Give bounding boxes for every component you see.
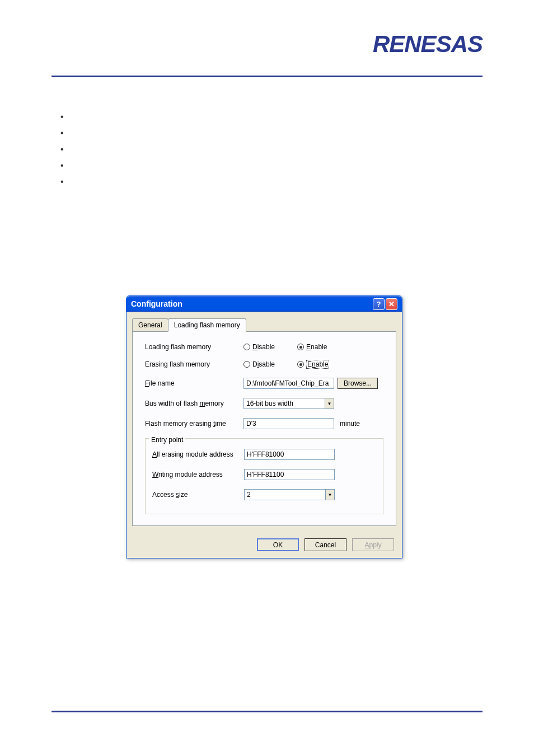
radio-icon: [297, 344, 304, 350]
list-item: [60, 144, 74, 153]
loading-flash-label: Loading flash memory: [145, 343, 243, 351]
help-button[interactable]: ?: [373, 298, 385, 310]
tab-general[interactable]: General: [132, 318, 168, 331]
tab-loading-flash[interactable]: Loading flash memory: [168, 318, 246, 332]
list-item: [60, 112, 74, 120]
tab-panel: Loading flash memory Disable Enable Eras…: [132, 332, 396, 526]
filename-label: File name: [145, 379, 243, 387]
erasetime-unit: minute: [340, 420, 360, 428]
erasing-disable-radio[interactable]: Disable: [243, 360, 275, 369]
entry-point-group: Entry point All erasing module address W…: [145, 438, 383, 514]
header-divider: [51, 76, 483, 77]
chevron-down-icon: ▼: [325, 398, 334, 408]
dialog-title: Configuration: [131, 299, 182, 308]
footer-divider: [51, 711, 483, 712]
access-size-select[interactable]: 2 ▼: [244, 489, 335, 500]
buswidth-select[interactable]: 16-bit bus width ▼: [243, 398, 334, 409]
list-item: [60, 161, 74, 169]
filename-input[interactable]: [243, 378, 334, 389]
writing-label: Writing module address: [152, 471, 244, 478]
chevron-down-icon: ▼: [325, 490, 334, 500]
cancel-button[interactable]: Cancel: [305, 538, 346, 551]
bullet-list: [60, 112, 74, 193]
erasing-flash-label: Erasing flash memory: [145, 360, 243, 368]
tab-strip: General Loading flash memory: [132, 318, 396, 332]
allerase-label: All erasing module address: [152, 450, 244, 458]
close-button[interactable]: ✕: [386, 298, 397, 310]
ok-button[interactable]: OK: [257, 538, 299, 551]
configuration-dialog: Configuration ? ✕ General Loading flash …: [126, 295, 402, 558]
buswidth-value: 16-bit bus width: [244, 400, 325, 407]
apply-button[interactable]: Apply: [352, 538, 394, 551]
erasing-enable-radio[interactable]: Enable: [297, 360, 329, 369]
renesas-logo: RENESAS: [373, 31, 483, 58]
access-size-value: 2: [245, 491, 325, 499]
list-item: [60, 177, 74, 185]
access-size-label: Access size: [152, 491, 244, 499]
entry-point-legend: Entry point: [149, 436, 185, 444]
radio-icon: [297, 361, 304, 368]
buswidth-label: Bus width of flash memory: [145, 400, 243, 407]
writing-input[interactable]: [244, 469, 335, 480]
radio-icon: [243, 344, 250, 350]
loading-enable-radio[interactable]: Enable: [297, 343, 327, 351]
allerase-input[interactable]: [244, 449, 335, 460]
browse-button[interactable]: Browse...: [338, 378, 378, 389]
erasetime-label: Flash memory erasing time: [145, 420, 243, 428]
loading-disable-radio[interactable]: Disable: [243, 343, 275, 351]
titlebar: Configuration ? ✕: [127, 296, 402, 312]
list-item: [60, 128, 74, 137]
erasetime-input[interactable]: [243, 418, 334, 429]
radio-icon: [243, 361, 250, 368]
